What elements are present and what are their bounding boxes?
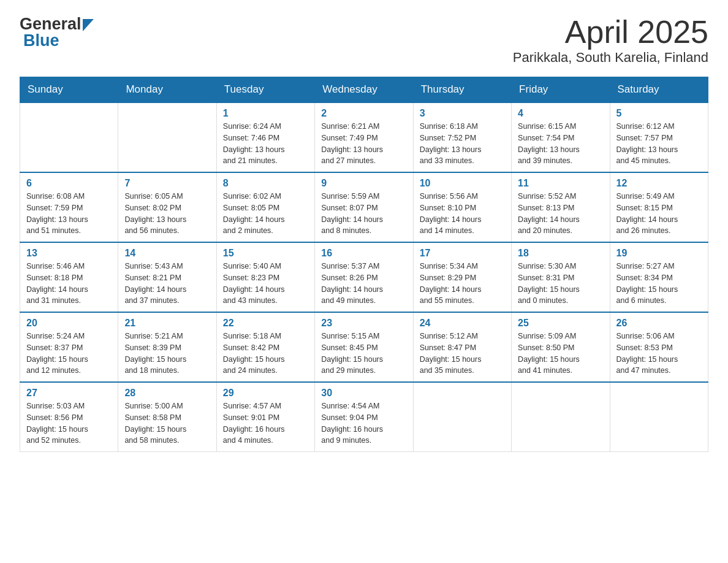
calendar-cell: 18Sunrise: 5:30 AMSunset: 8:31 PMDayligh… [512,242,610,312]
day-info: Sunrise: 6:02 AMSunset: 8:05 PMDaylight:… [223,191,308,237]
weekday-header-row: SundayMondayTuesdayWednesdayThursdayFrid… [20,77,708,103]
day-info: Sunrise: 6:08 AMSunset: 7:59 PMDaylight:… [26,191,112,237]
week-row-5: 27Sunrise: 5:03 AMSunset: 8:56 PMDayligh… [20,382,708,452]
day-number: 13 [26,248,112,259]
day-number: 29 [223,388,308,399]
day-info: Sunrise: 5:34 AMSunset: 8:29 PMDaylight:… [420,261,505,307]
day-number: 9 [321,178,406,189]
day-number: 11 [518,178,603,189]
day-number: 10 [420,178,505,189]
day-number: 20 [26,318,112,329]
day-number: 6 [26,178,112,189]
day-number: 4 [518,108,603,119]
title-section: April 2025 Parikkala, South Karelia, Fin… [513,15,708,66]
day-number: 8 [223,178,308,189]
weekday-header-monday: Monday [118,77,216,103]
day-info: Sunrise: 5:40 AMSunset: 8:23 PMDaylight:… [223,261,308,307]
day-number: 16 [321,248,406,259]
day-info: Sunrise: 5:56 AMSunset: 8:10 PMDaylight:… [420,191,505,237]
calendar-cell: 5Sunrise: 6:12 AMSunset: 7:57 PMDaylight… [610,102,708,172]
day-number: 28 [124,388,210,399]
calendar-cell: 13Sunrise: 5:46 AMSunset: 8:18 PMDayligh… [20,242,118,312]
calendar-cell: 29Sunrise: 4:57 AMSunset: 9:01 PMDayligh… [216,382,314,452]
day-number: 14 [124,248,210,259]
weekday-header-sunday: Sunday [20,77,118,103]
day-info: Sunrise: 6:15 AMSunset: 7:54 PMDaylight:… [518,121,603,167]
calendar-cell: 26Sunrise: 5:06 AMSunset: 8:53 PMDayligh… [610,312,708,382]
location-title: Parikkala, South Karelia, Finland [513,50,708,66]
week-row-3: 13Sunrise: 5:46 AMSunset: 8:18 PMDayligh… [20,242,708,312]
day-info: Sunrise: 5:24 AMSunset: 8:37 PMDaylight:… [26,331,112,377]
day-info: Sunrise: 5:06 AMSunset: 8:53 PMDaylight:… [616,331,702,377]
calendar-cell: 14Sunrise: 5:43 AMSunset: 8:21 PMDayligh… [118,242,216,312]
day-info: Sunrise: 5:12 AMSunset: 8:47 PMDaylight:… [420,331,505,377]
day-info: Sunrise: 6:05 AMSunset: 8:02 PMDaylight:… [124,191,210,237]
calendar-cell: 7Sunrise: 6:05 AMSunset: 8:02 PMDaylight… [118,172,216,242]
day-info: Sunrise: 6:24 AMSunset: 7:46 PMDaylight:… [223,121,308,167]
day-info: Sunrise: 5:18 AMSunset: 8:42 PMDaylight:… [223,331,308,377]
day-number: 27 [26,388,112,399]
calendar-cell: 25Sunrise: 5:09 AMSunset: 8:50 PMDayligh… [512,312,610,382]
calendar-cell: 19Sunrise: 5:27 AMSunset: 8:34 PMDayligh… [610,242,708,312]
day-number: 22 [223,318,308,329]
calendar-cell [20,102,118,172]
calendar-cell: 27Sunrise: 5:03 AMSunset: 8:56 PMDayligh… [20,382,118,452]
logo: General Blue [20,15,94,50]
day-number: 15 [223,248,308,259]
calendar-cell: 20Sunrise: 5:24 AMSunset: 8:37 PMDayligh… [20,312,118,382]
calendar-cell: 17Sunrise: 5:34 AMSunset: 8:29 PMDayligh… [413,242,511,312]
calendar-table: SundayMondayTuesdayWednesdayThursdayFrid… [20,77,708,452]
day-info: Sunrise: 5:15 AMSunset: 8:45 PMDaylight:… [321,331,406,377]
svg-marker-0 [83,19,94,31]
calendar-cell: 2Sunrise: 6:21 AMSunset: 7:49 PMDaylight… [315,102,413,172]
calendar-cell [610,382,708,452]
calendar-cell: 1Sunrise: 6:24 AMSunset: 7:46 PMDaylight… [216,102,314,172]
logo-arrow-icon [83,19,94,31]
calendar-cell: 3Sunrise: 6:18 AMSunset: 7:52 PMDaylight… [413,102,511,172]
day-info: Sunrise: 5:59 AMSunset: 8:07 PMDaylight:… [321,191,406,237]
day-number: 5 [616,108,702,119]
weekday-header-saturday: Saturday [610,77,708,103]
weekday-header-tuesday: Tuesday [216,77,314,103]
day-info: Sunrise: 5:49 AMSunset: 8:15 PMDaylight:… [616,191,702,237]
calendar-cell [512,382,610,452]
month-title: April 2025 [513,15,708,50]
day-info: Sunrise: 5:37 AMSunset: 8:26 PMDaylight:… [321,261,406,307]
day-number: 19 [616,248,702,259]
day-number: 3 [420,108,505,119]
day-number: 25 [518,318,603,329]
week-row-4: 20Sunrise: 5:24 AMSunset: 8:37 PMDayligh… [20,312,708,382]
calendar-cell: 24Sunrise: 5:12 AMSunset: 8:47 PMDayligh… [413,312,511,382]
day-number: 23 [321,318,406,329]
calendar-cell: 28Sunrise: 5:00 AMSunset: 8:58 PMDayligh… [118,382,216,452]
day-number: 17 [420,248,505,259]
calendar-cell: 10Sunrise: 5:56 AMSunset: 8:10 PMDayligh… [413,172,511,242]
calendar-cell: 23Sunrise: 5:15 AMSunset: 8:45 PMDayligh… [315,312,413,382]
day-number: 18 [518,248,603,259]
page-header: General Blue April 2025 Parikkala, South… [20,15,708,66]
calendar-cell [413,382,511,452]
day-info: Sunrise: 5:21 AMSunset: 8:39 PMDaylight:… [124,331,210,377]
calendar-cell: 16Sunrise: 5:37 AMSunset: 8:26 PMDayligh… [315,242,413,312]
day-info: Sunrise: 5:46 AMSunset: 8:18 PMDaylight:… [26,261,112,307]
week-row-2: 6Sunrise: 6:08 AMSunset: 7:59 PMDaylight… [20,172,708,242]
day-number: 12 [616,178,702,189]
day-info: Sunrise: 4:57 AMSunset: 9:01 PMDaylight:… [223,400,308,446]
calendar-cell: 4Sunrise: 6:15 AMSunset: 7:54 PMDaylight… [512,102,610,172]
weekday-header-friday: Friday [512,77,610,103]
day-info: Sunrise: 6:21 AMSunset: 7:49 PMDaylight:… [321,121,406,167]
calendar-cell [118,102,216,172]
day-number: 21 [124,318,210,329]
week-row-1: 1Sunrise: 6:24 AMSunset: 7:46 PMDaylight… [20,102,708,172]
calendar-cell: 9Sunrise: 5:59 AMSunset: 8:07 PMDaylight… [315,172,413,242]
calendar-cell: 11Sunrise: 5:52 AMSunset: 8:13 PMDayligh… [512,172,610,242]
day-number: 24 [420,318,505,329]
weekday-header-wednesday: Wednesday [315,77,413,103]
day-info: Sunrise: 5:27 AMSunset: 8:34 PMDaylight:… [616,261,702,307]
calendar-cell: 21Sunrise: 5:21 AMSunset: 8:39 PMDayligh… [118,312,216,382]
day-info: Sunrise: 6:12 AMSunset: 7:57 PMDaylight:… [616,121,702,167]
day-info: Sunrise: 5:52 AMSunset: 8:13 PMDaylight:… [518,191,603,237]
day-number: 30 [321,388,406,399]
day-info: Sunrise: 5:43 AMSunset: 8:21 PMDaylight:… [124,261,210,307]
calendar-cell: 15Sunrise: 5:40 AMSunset: 8:23 PMDayligh… [216,242,314,312]
